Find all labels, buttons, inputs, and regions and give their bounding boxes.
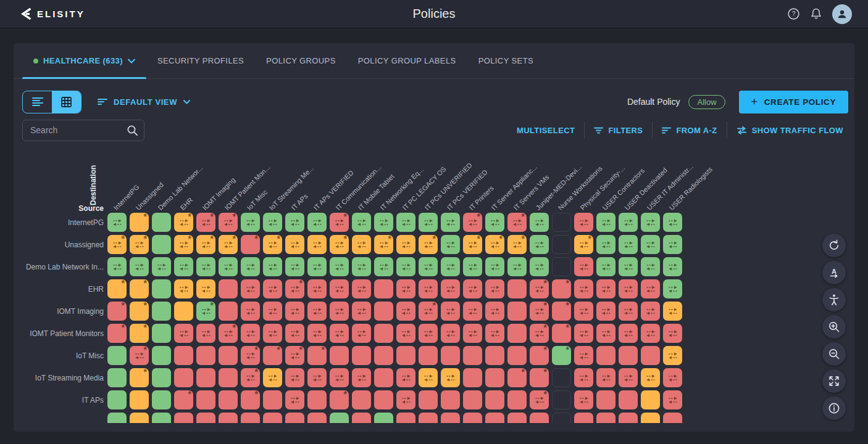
- policy-cell[interactable]: [507, 257, 527, 276]
- info-button[interactable]: [822, 397, 846, 420]
- policy-cell[interactable]: [263, 368, 282, 387]
- policy-cell[interactable]: [352, 390, 371, 409]
- policy-cell[interactable]: *: [130, 324, 149, 343]
- policy-cell[interactable]: *: [463, 213, 482, 232]
- tab-security-profiles[interactable]: SECURITY PROFILES: [146, 43, 255, 78]
- policy-cell[interactable]: [441, 257, 460, 276]
- policy-cell[interactable]: [574, 213, 593, 232]
- policy-cell[interactable]: [130, 390, 149, 409]
- policy-cell[interactable]: [530, 213, 549, 232]
- policy-cell[interactable]: [196, 413, 215, 423]
- tab-policy-group-labels[interactable]: POLICY GROUP LABELS: [347, 43, 467, 78]
- policy-cell[interactable]: [641, 302, 660, 321]
- policy-cell[interactable]: [152, 324, 171, 343]
- multiselect-button[interactable]: MULTISELECT: [507, 121, 584, 139]
- fullscreen-button[interactable]: [822, 369, 846, 393]
- policy-cell[interactable]: [374, 413, 393, 423]
- policy-cell[interactable]: [596, 346, 616, 365]
- sort-alpha-button[interactable]: A: [822, 261, 846, 284]
- policy-cell[interactable]: [485, 390, 504, 409]
- policy-cell[interactable]: [174, 368, 193, 387]
- policy-cell[interactable]: [241, 413, 260, 423]
- policy-cell[interactable]: [396, 213, 415, 232]
- policy-cell[interactable]: [396, 235, 415, 254]
- policy-cell[interactable]: [330, 368, 349, 387]
- policy-cell[interactable]: [419, 213, 438, 232]
- policy-cell[interactable]: [419, 368, 438, 387]
- policy-cell[interactable]: [396, 346, 415, 365]
- policy-cell[interactable]: [574, 346, 593, 365]
- policy-cell[interactable]: [241, 279, 260, 298]
- policy-cell[interactable]: [352, 257, 371, 276]
- policy-cell[interactable]: *: [530, 368, 549, 387]
- policy-cell[interactable]: [596, 390, 616, 409]
- user-avatar[interactable]: [832, 4, 852, 24]
- policy-cell[interactable]: [507, 413, 527, 423]
- policy-cell[interactable]: [441, 324, 460, 343]
- policy-cell[interactable]: [219, 390, 238, 409]
- policy-cell[interactable]: [219, 302, 238, 321]
- policy-cell[interactable]: [485, 324, 504, 343]
- policy-cell[interactable]: [285, 235, 304, 254]
- policy-cell[interactable]: [463, 346, 482, 365]
- policy-cell-empty[interactable]: [552, 213, 571, 232]
- policy-cell[interactable]: *: [174, 390, 193, 409]
- policy-cell[interactable]: [641, 390, 660, 409]
- policy-cell[interactable]: [130, 257, 149, 276]
- policy-cell[interactable]: [485, 413, 504, 423]
- policy-cell[interactable]: [219, 413, 238, 423]
- policy-cell[interactable]: [152, 346, 171, 365]
- policy-cell[interactable]: [485, 368, 504, 387]
- policy-cell[interactable]: [463, 390, 482, 409]
- brand-logo[interactable]: ELISITY: [20, 8, 85, 20]
- policy-cell[interactable]: *: [574, 235, 593, 254]
- policy-cell[interactable]: [663, 279, 682, 298]
- policy-cell[interactable]: [130, 413, 149, 423]
- policy-cell[interactable]: [263, 257, 282, 276]
- policy-cell[interactable]: [463, 324, 482, 343]
- policy-cell[interactable]: [285, 302, 304, 321]
- policy-cell[interactable]: [663, 413, 682, 423]
- policy-cell[interactable]: [374, 213, 393, 232]
- policy-cell[interactable]: [485, 302, 504, 321]
- policy-cell[interactable]: [196, 279, 215, 298]
- policy-cell[interactable]: [419, 390, 438, 409]
- policy-cell[interactable]: [263, 279, 282, 298]
- policy-cell[interactable]: [596, 368, 616, 387]
- policy-cell[interactable]: *: [530, 302, 549, 321]
- policy-cell[interactable]: [219, 368, 238, 387]
- policy-cell[interactable]: *: [263, 235, 282, 254]
- policy-cell[interactable]: [619, 390, 638, 409]
- policy-cell[interactable]: *: [241, 368, 260, 387]
- policy-cell[interactable]: [107, 257, 127, 276]
- policy-cell[interactable]: [174, 324, 193, 343]
- policy-cell[interactable]: [196, 346, 215, 365]
- policy-cell[interactable]: [574, 257, 593, 276]
- tab-policy-sets[interactable]: POLICY SETS: [467, 43, 545, 78]
- policy-cell[interactable]: *: [241, 346, 260, 365]
- policy-cell[interactable]: [441, 390, 460, 409]
- policy-cell[interactable]: [352, 279, 371, 298]
- policy-cell[interactable]: *: [130, 368, 149, 387]
- policy-cell[interactable]: [574, 324, 593, 343]
- policy-cell[interactable]: *: [107, 235, 127, 254]
- policy-cell[interactable]: [441, 368, 460, 387]
- policy-cell[interactable]: [396, 390, 415, 409]
- policy-cell[interactable]: [330, 302, 349, 321]
- policy-cell[interactable]: [663, 257, 682, 276]
- policy-cell[interactable]: *: [241, 235, 260, 254]
- policy-cell[interactable]: [530, 235, 549, 254]
- policy-cell[interactable]: *: [507, 235, 527, 254]
- policy-cell[interactable]: [196, 368, 215, 387]
- policy-cell[interactable]: [330, 257, 349, 276]
- policy-cell[interactable]: *: [552, 346, 571, 365]
- policy-cell[interactable]: [419, 257, 438, 276]
- policy-cell[interactable]: *: [530, 279, 549, 298]
- policy-cell[interactable]: [596, 279, 616, 298]
- policy-cell[interactable]: *: [330, 390, 349, 409]
- policy-cell[interactable]: *: [552, 279, 571, 298]
- list-view-button[interactable]: [23, 91, 52, 113]
- policy-cell[interactable]: [374, 324, 393, 343]
- policy-cell[interactable]: [663, 368, 682, 387]
- policy-cell[interactable]: *: [130, 279, 149, 298]
